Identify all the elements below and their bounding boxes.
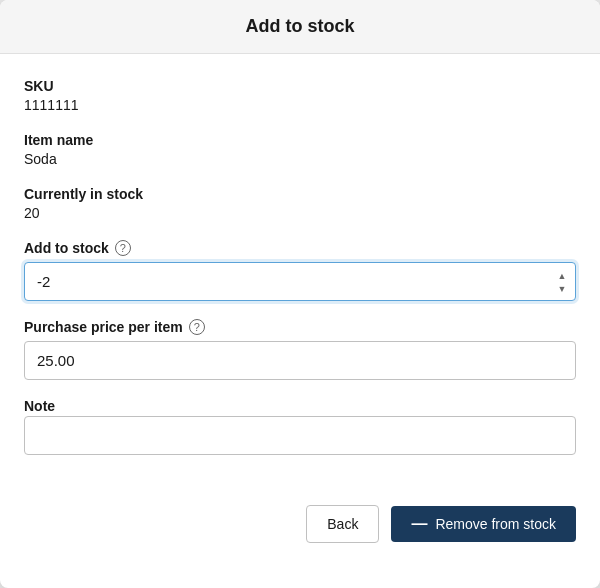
modal-header: Add to stock (0, 0, 600, 54)
remove-minus-icon: — (411, 516, 427, 532)
add-to-stock-help-icon[interactable]: ? (115, 240, 131, 256)
purchase-price-help-icon[interactable]: ? (189, 319, 205, 335)
add-to-stock-input[interactable] (24, 262, 576, 301)
add-to-stock-label-row: Add to stock ? (24, 240, 576, 256)
sku-field-group: SKU 1111111 (24, 78, 576, 114)
currently-in-stock-label: Currently in stock (24, 186, 576, 202)
purchase-price-label: Purchase price per item (24, 319, 183, 335)
modal-body: SKU 1111111 Item name Soda Currently in … (0, 54, 600, 489)
sku-value: 1111111 (24, 97, 79, 113)
modal-footer: Back — Remove from stock (0, 489, 600, 567)
add-to-stock-increment-button[interactable]: ▲ (554, 269, 570, 281)
currently-in-stock-field-group: Currently in stock 20 (24, 186, 576, 222)
purchase-price-label-row: Purchase price per item ? (24, 319, 576, 335)
currently-in-stock-value: 20 (24, 205, 40, 221)
item-name-value: Soda (24, 151, 57, 167)
modal-container: Add to stock SKU 1111111 Item name Soda … (0, 0, 600, 588)
note-field-group: Note (24, 398, 576, 455)
remove-from-stock-button[interactable]: — Remove from stock (391, 506, 576, 542)
back-button[interactable]: Back (306, 505, 379, 543)
add-to-stock-input-wrapper: ▲ ▼ (24, 262, 576, 301)
add-to-stock-label: Add to stock (24, 240, 109, 256)
add-to-stock-spinner: ▲ ▼ (554, 269, 570, 294)
add-to-stock-decrement-button[interactable]: ▼ (554, 282, 570, 294)
modal-title: Add to stock (24, 16, 576, 37)
item-name-label: Item name (24, 132, 576, 148)
item-name-field-group: Item name Soda (24, 132, 576, 168)
purchase-price-input[interactable] (24, 341, 576, 380)
add-to-stock-field-group: Add to stock ? ▲ ▼ (24, 240, 576, 301)
note-label: Note (24, 398, 576, 414)
sku-label: SKU (24, 78, 576, 94)
purchase-price-field-group: Purchase price per item ? (24, 319, 576, 380)
remove-from-stock-label: Remove from stock (435, 516, 556, 532)
note-input[interactable] (24, 416, 576, 455)
